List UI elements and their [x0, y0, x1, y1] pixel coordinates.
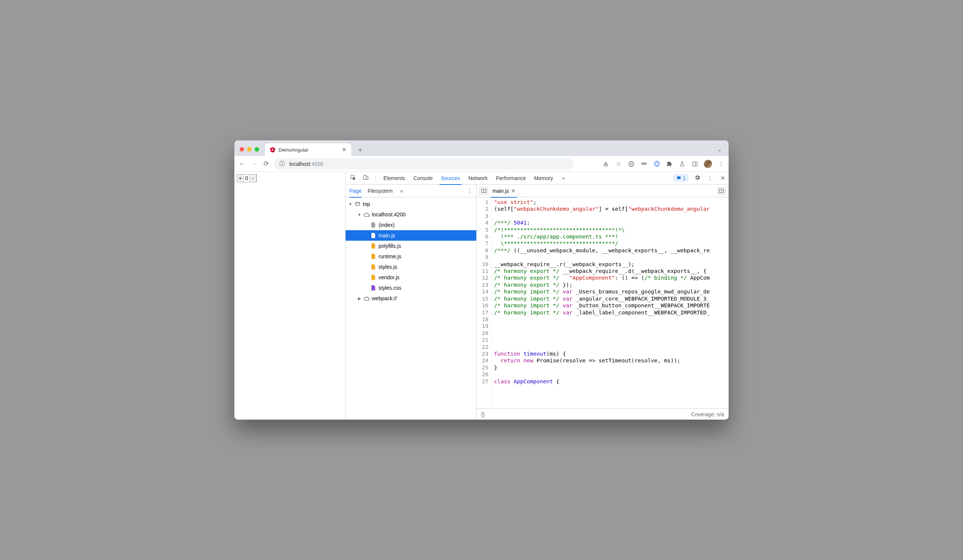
window-controls — [240, 147, 259, 152]
svg-point-4 — [630, 163, 631, 163]
js-file-icon — [370, 233, 376, 238]
profile-avatar[interactable] — [704, 160, 712, 168]
issues-count: 1 — [683, 175, 686, 181]
svg-point-6 — [642, 163, 644, 165]
tree-file-main-js[interactable]: main.js — [345, 230, 476, 241]
bookmark-icon[interactable]: ☆ — [615, 160, 622, 168]
tab-performance[interactable]: Performance — [494, 172, 527, 185]
address-toolbar: ← → ⟳ ⓘ localhost:4200 ☆ — [234, 156, 729, 172]
tab-elements[interactable]: Elements — [382, 172, 407, 185]
share-icon[interactable] — [602, 160, 610, 168]
navigator-menu-icon[interactable]: ⋮ — [467, 187, 472, 194]
tree-file-polyfills-js[interactable]: polyfills.js — [345, 241, 476, 251]
code-area[interactable]: 1234567891011121314151617181920212223242… — [477, 197, 729, 408]
tree-origin[interactable]: ▼ localhost:4200 — [345, 209, 476, 220]
tree-webpack[interactable]: ▶ webpack:// — [345, 293, 476, 304]
side-panel-icon[interactable] — [691, 160, 699, 168]
tree-file-vendor-js[interactable]: vendor.js — [345, 272, 476, 283]
devtools-toolbar: Elements Console Sources Network Perform… — [345, 172, 729, 185]
code-content: "use strict";(self["webpackChunkdemo_ang… — [491, 197, 729, 408]
frame-icon — [355, 201, 361, 207]
tree-file-index[interactable]: (index) — [345, 220, 476, 230]
device-toolbar-icon[interactable] — [362, 175, 370, 181]
maximize-window-button[interactable] — [255, 147, 259, 152]
tab-console[interactable]: Console — [412, 172, 434, 185]
minimize-window-button[interactable] — [247, 147, 251, 152]
css-file-icon — [370, 285, 376, 291]
svg-point-11 — [655, 162, 658, 165]
pretty-print-button[interactable]: {} — [481, 411, 485, 418]
url-host: localhost:4200 — [289, 161, 323, 167]
cloud-icon — [363, 295, 370, 301]
reload-button[interactable]: ⟳ — [262, 160, 270, 168]
editor-tabs: main.js ✕ — [477, 185, 729, 197]
counter-value: 0 — [244, 175, 250, 181]
svg-line-9 — [641, 163, 642, 163]
cloud-icon — [363, 212, 370, 217]
inspect-element-icon[interactable] — [349, 175, 357, 181]
js-file-icon — [370, 253, 376, 259]
chrome-menu-icon[interactable]: ⋮ — [717, 160, 725, 168]
toggle-navigator-icon[interactable] — [480, 187, 488, 195]
decrement-button[interactable]: - — [250, 175, 256, 182]
close-devtools-icon[interactable]: ✕ — [719, 175, 726, 181]
counter-widget: + 0 - — [237, 174, 257, 182]
editor-tab-main-js[interactable]: main.js ✕ — [491, 185, 517, 197]
tree-file-styles-js[interactable]: styles.js — [345, 262, 476, 272]
forward-button[interactable]: → — [250, 160, 258, 168]
close-window-button[interactable] — [240, 147, 244, 152]
tab-title: DemoAngular — [279, 147, 308, 153]
sources-navigator: Page Filesystem » ⋮ ▼ top ▼ — [345, 185, 477, 420]
browser-window: DemoAngular ✕ ＋ ⌄ ← → ⟳ ⓘ localhost:4200… — [234, 140, 729, 420]
more-tabs-icon[interactable]: » — [560, 175, 567, 181]
settings-icon[interactable] — [694, 175, 701, 182]
tab-sources[interactable]: Sources — [439, 172, 462, 185]
svg-point-5 — [632, 163, 632, 163]
svg-rect-19 — [366, 177, 368, 179]
angular-favicon — [269, 147, 276, 153]
navigator-tab-page[interactable]: Page — [349, 185, 362, 197]
extensions-icon[interactable] — [666, 160, 673, 168]
js-file-icon — [370, 243, 376, 249]
editor-statusbar: {} Coverage: n/a — [477, 408, 729, 420]
svg-rect-23 — [719, 189, 724, 193]
svg-rect-22 — [481, 189, 486, 193]
increment-button[interactable]: + — [237, 175, 244, 182]
close-editor-tab-icon[interactable]: ✕ — [511, 188, 516, 194]
svg-line-10 — [646, 163, 647, 163]
document-icon — [370, 222, 376, 228]
back-button[interactable]: ← — [238, 160, 246, 168]
tab-strip: DemoAngular ✕ ＋ ⌄ — [234, 140, 729, 156]
close-tab-button[interactable]: ✕ — [342, 146, 347, 153]
page-content: + 0 - — [234, 172, 345, 420]
browser-tab[interactable]: DemoAngular ✕ — [265, 143, 351, 156]
js-file-icon — [370, 274, 376, 280]
devtools-panel: Elements Console Sources Network Perform… — [345, 172, 729, 420]
svg-rect-20 — [356, 202, 360, 205]
file-tree: ▼ top ▼ localhost:4200 (index) — [345, 197, 476, 420]
extension-icon-3[interactable] — [653, 160, 660, 168]
extension-icon-1[interactable] — [627, 160, 635, 168]
navigator-tab-filesystem[interactable]: Filesystem — [368, 185, 393, 197]
devtools-menu-icon[interactable]: ⋮ — [706, 175, 713, 181]
svg-point-3 — [629, 161, 634, 167]
labs-icon[interactable] — [678, 160, 686, 168]
navigator-tabs: Page Filesystem » ⋮ — [345, 185, 476, 197]
svg-point-7 — [644, 163, 646, 165]
tree-file-styles-css[interactable]: styles.css — [345, 283, 476, 293]
svg-rect-15 — [693, 162, 697, 166]
tree-file-runtime-js[interactable]: runtime.js — [345, 251, 476, 262]
address-bar[interactable]: ⓘ localhost:4200 — [274, 159, 574, 170]
issues-button[interactable]: 1 — [674, 175, 688, 181]
line-gutter: 1234567891011121314151617181920212223242… — [477, 197, 491, 408]
extension-icon-2[interactable] — [640, 160, 648, 168]
new-tab-button[interactable]: ＋ — [355, 144, 365, 155]
toggle-debugger-icon[interactable] — [717, 187, 726, 195]
tree-frame-top[interactable]: ▼ top — [345, 199, 476, 209]
tab-network[interactable]: Network — [467, 172, 489, 185]
navigator-more-icon[interactable]: » — [400, 188, 403, 194]
site-info-icon[interactable]: ⓘ — [279, 160, 285, 167]
tab-memory[interactable]: Memory — [533, 172, 555, 185]
toolbar-actions: ☆ ⋮ — [602, 160, 725, 168]
tabs-dropdown-button[interactable]: ⌄ — [717, 146, 722, 152]
